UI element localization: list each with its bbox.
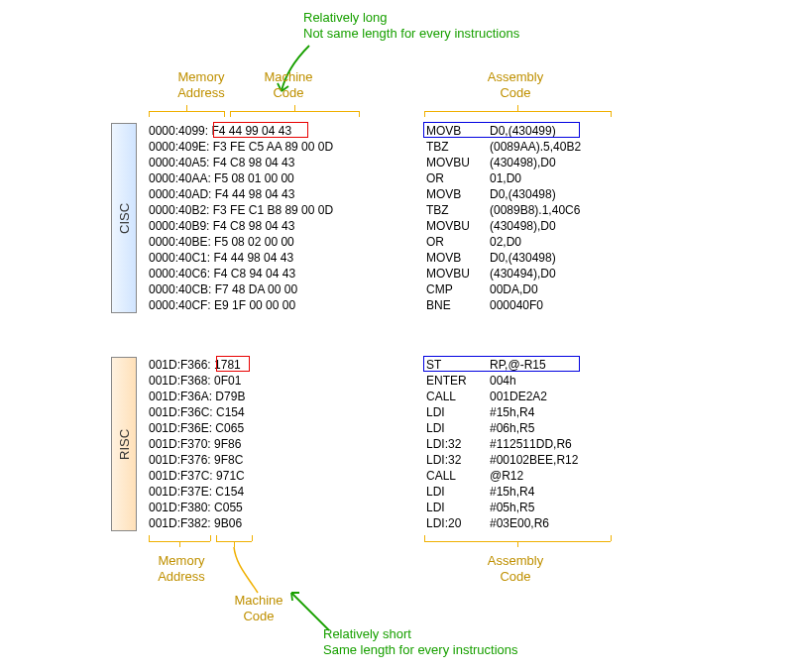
code-row: 001D:F382: 9B06: [149, 515, 245, 531]
label-text: Code: [243, 609, 274, 623]
operands: #15h,R4: [490, 404, 534, 420]
label-asm-code-top: Assembly Code: [476, 69, 555, 102]
code-row: 0000:40AD: F4 44 98 04 43: [149, 186, 333, 202]
mnemonic: LDI: [426, 404, 490, 420]
asm-row: MOVBU(430494),D0: [426, 266, 581, 281]
mnemonic: BNE: [426, 297, 490, 313]
code-row: 0000:409E: F3 FE C5 AA 89 00 0D: [149, 139, 333, 155]
mnemonic: LDI: [426, 484, 490, 500]
code-row: 0000:40B2: F3 FE C1 B8 89 00 0D: [149, 202, 333, 218]
annot-variable-len: Not same length for every instructions: [303, 26, 519, 41]
arch-label: RISC: [117, 428, 132, 459]
risc-code-block: 001D:F366: 1781001D:F368: 0F01001D:F36A:…: [149, 357, 245, 531]
operands: #03E00,R6: [490, 515, 549, 531]
asm-row: CMP00DA,D0: [426, 281, 581, 297]
mnemonic: TBZ: [426, 139, 490, 155]
asm-row: TBZ(0089AA).5,40B2: [426, 139, 581, 155]
mnemonic: LDI:32: [426, 436, 490, 452]
mnemonic: CMP: [426, 281, 490, 297]
label-text: Assembly: [488, 69, 543, 84]
mnemonic: MOVB: [426, 186, 490, 202]
mnemonic: MOVBU: [426, 266, 490, 281]
asm-row: MOVBD0,(430498): [426, 186, 581, 202]
asm-row: LDI:32#00102BEE,R12: [426, 452, 578, 468]
arch-label: CISC: [117, 202, 132, 233]
brace-mem-top: [149, 111, 224, 112]
asm-row: CALL@R12: [426, 468, 578, 484]
operands: 02,D0: [490, 234, 521, 250]
asm-row: LDI:32#112511DD,R6: [426, 436, 578, 452]
code-row: 001D:F36C: C154: [149, 404, 245, 420]
highlight-cisc-machine: [213, 122, 308, 138]
operands: #00102BEE,R12: [490, 452, 578, 468]
label-mem-addr-top: Memory Address: [167, 69, 236, 102]
code-row: 0000:40C6: F4 C8 94 04 43: [149, 266, 333, 281]
asm-row: LDI#06h,R5: [426, 420, 578, 436]
highlight-cisc-asm: [423, 122, 580, 138]
mnemonic: OR: [426, 234, 490, 250]
code-row: 0000:40B9: F4 C8 98 04 43: [149, 218, 333, 234]
operands: 00DA,D0: [490, 281, 538, 297]
mnemonic: LDI:20: [426, 515, 490, 531]
asm-row: LDI:20#03E00,R6: [426, 515, 578, 531]
operands: #15h,R4: [490, 484, 534, 500]
code-row: 001D:F37E: C154: [149, 484, 245, 500]
asm-row: MOVBU(430498),D0: [426, 155, 581, 170]
label-text: Memory: [159, 553, 205, 568]
mnemonic: MOVBU: [426, 218, 490, 234]
operands: #06h,R5: [490, 420, 534, 436]
risc-asm-block: STRP,@-R15ENTER004hCALL001DE2A2LDI#15h,R…: [426, 357, 578, 531]
annot-short: Relatively short: [323, 626, 411, 641]
label-asm-code-bot: Assembly Code: [476, 553, 555, 586]
mnemonic: TBZ: [426, 202, 490, 218]
label-text: Code: [500, 85, 530, 100]
highlight-risc-machine: [216, 356, 250, 372]
code-row: 0000:40C1: F4 44 98 04 43: [149, 250, 333, 266]
code-row: 001D:F380: C055: [149, 500, 245, 515]
asm-row: CALL001DE2A2: [426, 389, 578, 404]
mnemonic: MOVB: [426, 250, 490, 266]
code-row: 001D:F368: 0F01: [149, 373, 245, 389]
operands: D0,(430498): [490, 250, 556, 266]
brace-asm-top: [424, 111, 611, 112]
code-row: 0000:40A5: F4 C8 98 04 43: [149, 155, 333, 170]
operands: D0,(430498): [490, 186, 556, 202]
mnemonic: CALL: [426, 389, 490, 404]
annot-long: Relatively long: [303, 10, 388, 25]
arch-badge-risc: RISC: [111, 357, 137, 531]
brace-mc-top: [230, 111, 359, 112]
asm-row: MOVBD0,(430498): [426, 250, 581, 266]
mnemonic: OR: [426, 170, 490, 186]
operands: #112511DD,R6: [490, 436, 572, 452]
label-mem-addr-bot: Memory Address: [147, 553, 216, 586]
code-row: 001D:F36A: D79B: [149, 389, 245, 404]
label-text: Address: [177, 85, 225, 100]
label-text: Machine: [264, 69, 312, 84]
label-text: Code: [273, 85, 303, 100]
label-text: Assembly: [488, 553, 543, 568]
label-text: Machine: [234, 593, 282, 608]
asm-row: TBZ(0089B8).1,40C6: [426, 202, 581, 218]
code-row: 0000:40CF: E9 1F 00 00 00: [149, 297, 333, 313]
asm-row: ENTER004h: [426, 373, 578, 389]
code-row: 001D:F37C: 971C: [149, 468, 245, 484]
code-row: 0000:40AA: F5 08 01 00 00: [149, 170, 333, 186]
operands: (0089AA).5,40B2: [490, 139, 581, 155]
code-row: 0000:40CB: F7 48 DA 00 00: [149, 281, 333, 297]
asm-row: LDI#15h,R4: [426, 404, 578, 420]
connector-mc-bot: [228, 547, 268, 595]
asm-row: LDI#05h,R5: [426, 500, 578, 515]
annot-same-len: Same length for every instructions: [323, 642, 518, 657]
code-row: 001D:F376: 9F8C: [149, 452, 245, 468]
cisc-code-block: 0000:4099: F4 44 99 04 430000:409E: F3 F…: [149, 123, 333, 313]
asm-row: BNE000040F0: [426, 297, 581, 313]
operands: (430498),D0: [490, 218, 556, 234]
label-machine-code-top: Machine Code: [254, 69, 323, 102]
operands: 01,D0: [490, 170, 521, 186]
operands: 001DE2A2: [490, 389, 547, 404]
cisc-asm-block: MOVBD0,(430499)TBZ(0089AA).5,40B2MOVBU(4…: [426, 123, 581, 313]
code-row: 001D:F370: 9F86: [149, 436, 245, 452]
operands: (430498),D0: [490, 155, 556, 170]
mnemonic: CALL: [426, 468, 490, 484]
label-text: Address: [158, 569, 205, 584]
